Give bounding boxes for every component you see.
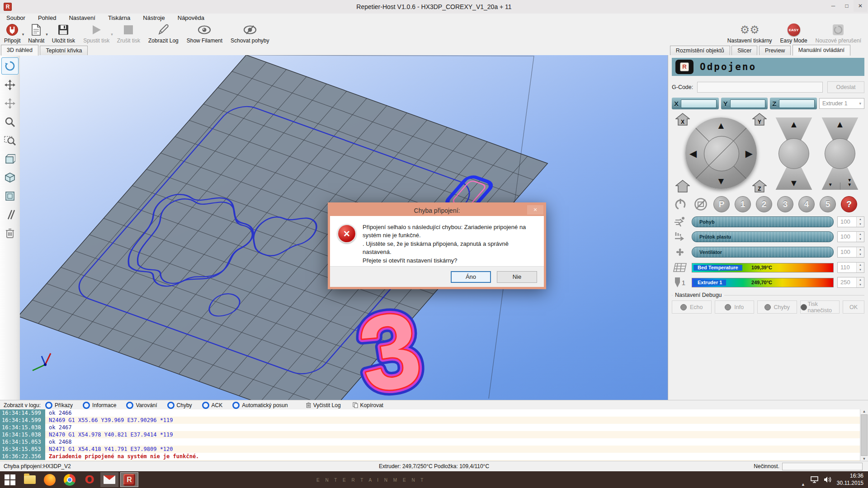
hide-travel-button[interactable]: Schovat pohyby	[226, 22, 273, 45]
show-filament-button[interactable]: Show Filament	[183, 22, 226, 45]
spin-up-icon[interactable]: ▲	[857, 263, 864, 267]
y-position-box[interactable]: Y	[721, 98, 768, 109]
scrollbar-thumb[interactable]	[861, 414, 868, 456]
filter-autoscroll[interactable]: Automatický posun	[232, 402, 288, 409]
dialog-yes-button[interactable]: Áno	[451, 271, 491, 283]
close-button[interactable]: ✕	[854, 0, 867, 12]
save-print-button[interactable]: Uložit tisk	[48, 22, 79, 45]
dialog-title-bar[interactable]: Chyba připojení: ✕	[330, 205, 544, 216]
clear-log-button[interactable]: Vyčistit Log	[306, 402, 341, 408]
start-button[interactable]	[1, 472, 19, 487]
jog-x-minus-icon[interactable]: ◀	[689, 149, 697, 158]
home-y-button[interactable]: Y	[752, 113, 767, 126]
jog-y-minus-icon[interactable]: ▼	[717, 176, 726, 186]
view-iso-tool[interactable]	[2, 169, 18, 186]
preset-2-button[interactable]: 2	[756, 196, 772, 212]
scroll-down-icon[interactable]: ▼	[863, 457, 866, 461]
extruder-jog-center[interactable]	[825, 138, 855, 169]
extruder-temp-spinner[interactable]: 250 ▲▼	[837, 277, 864, 288]
jog-x-plus-icon[interactable]: ▶	[745, 149, 753, 158]
extrude-single-button[interactable]: ▼	[821, 183, 840, 190]
z-position-box[interactable]: Z	[770, 98, 817, 109]
zoom-region-tool[interactable]	[2, 132, 18, 149]
flow-slider[interactable]: Průtok plastu	[692, 231, 834, 242]
tab-manualni-ovladani[interactable]: Manuální ovládání	[793, 45, 850, 56]
copy-log-button[interactable]: Kopírovat	[353, 402, 383, 408]
jog-pad-center[interactable]	[704, 136, 739, 171]
delete-object-tool[interactable]	[2, 225, 18, 241]
volume-icon[interactable]	[824, 476, 831, 483]
home-all-button[interactable]	[675, 180, 690, 192]
tray-expand-icon[interactable]: ▲	[801, 482, 805, 487]
rotate-view-tool[interactable]	[1, 57, 19, 75]
log-output[interactable]: 16:34:14.599ok 2466 16:34:14.599N2469 G1…	[0, 409, 868, 461]
park-button[interactable]: P	[713, 196, 730, 212]
tab-preview[interactable]: Preview	[759, 46, 791, 56]
show-log-button[interactable]: Zobrazit Log	[144, 22, 183, 45]
dialog-close-button[interactable]: ✕	[527, 205, 543, 215]
tab-3d-nahled[interactable]: 3D náhled	[1, 45, 38, 56]
spin-up-icon[interactable]: ▲	[857, 247, 864, 252]
jog-y-plus-icon[interactable]: ▲	[717, 121, 726, 130]
speed-slider[interactable]: Pohyb	[692, 216, 834, 227]
flow-spinner[interactable]: 100 ▲▼	[837, 231, 864, 242]
menu-pohled[interactable]: Pohled	[32, 14, 62, 21]
move-viewpoint-tool[interactable]	[2, 95, 18, 112]
log-scrollbar[interactable]: ▲ ▼	[860, 409, 868, 461]
taskbar-chrome[interactable]	[61, 472, 79, 487]
z-jog-center[interactable]	[778, 138, 809, 169]
extrude-fast-button[interactable]: ▼▼	[840, 178, 859, 190]
home-z-button[interactable]: Z	[752, 180, 767, 192]
power-button[interactable]	[673, 197, 688, 212]
menu-nastaveni[interactable]: Nastavení	[62, 14, 102, 21]
tab-rozmisteni-objektu[interactable]: Rozmístění objektů	[670, 46, 730, 56]
printer-settings-button[interactable]: ⚙⚙ Nastavení tiskárny	[723, 22, 776, 45]
taskbar-repetier-host[interactable]: R	[120, 472, 138, 487]
bed-temp-bar[interactable]: Bed Temperature 109,39°C	[692, 263, 834, 272]
extruder-select[interactable]: Extruder 1 ▾	[819, 98, 864, 109]
taskbar-opera[interactable]: O	[80, 472, 99, 487]
filter-informace[interactable]: Informace	[83, 402, 116, 409]
home-x-button[interactable]: X	[675, 113, 690, 126]
menu-napoveda[interactable]: Nápověda	[171, 14, 211, 21]
filter-varovani[interactable]: Varování	[126, 402, 157, 409]
spin-down-icon[interactable]: ▼	[857, 252, 864, 257]
taskbar-explorer[interactable]	[21, 472, 39, 487]
spin-down-icon[interactable]: ▼	[857, 222, 864, 227]
menu-tiskarna[interactable]: Tiskárna	[102, 14, 137, 21]
tab-teplotni-krivka[interactable]: Teplotní křivka	[40, 46, 88, 56]
spin-up-icon[interactable]: ▲	[857, 217, 864, 222]
x-position-box[interactable]: X	[672, 98, 719, 109]
extruder-temp-bar[interactable]: Extruder 1 249,70°C	[692, 278, 834, 287]
dialog-no-button[interactable]: Nie	[497, 271, 537, 283]
xy-jog-pad[interactable]: ▲ ▼ ◀ ▶	[685, 117, 757, 189]
gcode-input[interactable]	[697, 82, 823, 93]
view-front-tool[interactable]	[2, 151, 18, 167]
speed-spinner[interactable]: 100 ▲▼	[837, 216, 864, 227]
spin-up-icon[interactable]: ▲	[857, 277, 864, 282]
tab-slicer[interactable]: Slicer	[731, 46, 757, 56]
preset-4-button[interactable]: 4	[798, 196, 815, 212]
load-button[interactable]: Nahrát	[24, 22, 48, 45]
help-button[interactable]: ?	[841, 196, 857, 212]
preset-1-button[interactable]: 1	[735, 196, 751, 212]
scroll-up-icon[interactable]: ▲	[863, 409, 866, 413]
bed-temp-spinner[interactable]: 110 ▲▼	[837, 262, 864, 273]
z-down-button[interactable]: ▼	[775, 165, 813, 190]
preset-5-button[interactable]: 5	[820, 196, 836, 212]
minimize-button[interactable]: ─	[826, 0, 840, 12]
taskbar-firefox[interactable]	[41, 472, 59, 487]
easy-mode-button[interactable]: EASY Easy Mode	[776, 22, 811, 45]
motors-off-button[interactable]	[693, 197, 708, 212]
fan-spinner[interactable]: 100 ▲▼	[837, 247, 864, 258]
filter-chyby[interactable]: Chyby	[167, 402, 192, 409]
view-top-tool[interactable]	[2, 188, 18, 204]
move-object-tool[interactable]	[2, 77, 18, 93]
spin-up-icon[interactable]: ▲	[857, 232, 864, 237]
network-icon[interactable]	[811, 476, 818, 483]
taskbar-mail[interactable]	[100, 472, 118, 487]
maximize-button[interactable]: □	[840, 0, 854, 12]
tray-clock[interactable]: 16:36 30.11.2015	[837, 473, 863, 487]
spin-down-icon[interactable]: ▼	[857, 237, 864, 242]
spin-down-icon[interactable]: ▼	[857, 282, 864, 287]
